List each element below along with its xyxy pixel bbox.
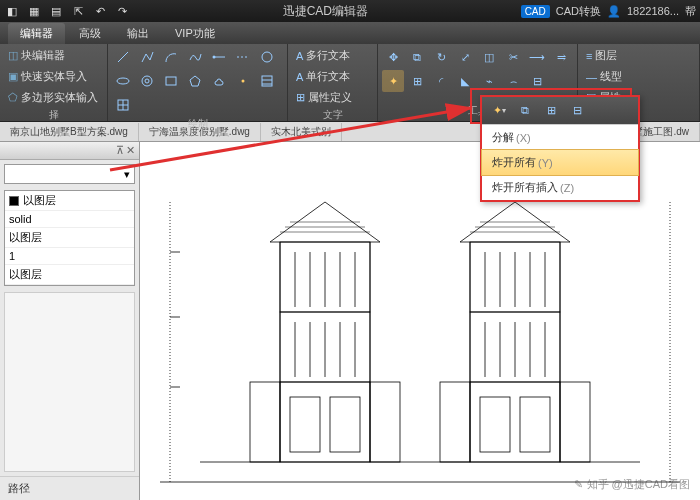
- extend-tool[interactable]: ⟶: [526, 46, 548, 68]
- layer-btn[interactable]: ≡图层: [582, 46, 642, 65]
- svg-rect-37: [250, 382, 280, 462]
- svg-point-6: [142, 76, 152, 86]
- spline-tool[interactable]: [184, 46, 206, 68]
- svg-rect-56: [520, 397, 550, 452]
- linetype-btn[interactable]: —线型: [582, 67, 642, 86]
- xline-tool[interactable]: [232, 46, 254, 68]
- join-tool[interactable]: ⌢: [502, 70, 524, 92]
- hatch-tool[interactable]: [256, 70, 278, 92]
- cad-badge: CAD: [521, 5, 550, 18]
- pin-icon[interactable]: ⊼: [116, 144, 124, 157]
- rect-tool[interactable]: [160, 70, 182, 92]
- window-title: 迅捷CAD编辑器: [130, 3, 521, 20]
- menubar: 编辑器 高级 输出 VIP功能: [0, 22, 700, 44]
- file-tab-1[interactable]: 南京山地别墅B型方案.dwg: [0, 123, 139, 141]
- file-tab-2[interactable]: 宁海温泉度假别墅.dwg: [139, 123, 261, 141]
- table-tool[interactable]: [112, 94, 134, 116]
- svg-rect-38: [370, 382, 400, 462]
- menu-explode-all-insert[interactable]: 炸开所有插入(Z): [482, 175, 638, 200]
- svg-line-0: [118, 52, 128, 62]
- tab-output[interactable]: 输出: [115, 23, 161, 44]
- watermark: ✎ 知乎 @迅捷CAD看图: [574, 477, 690, 492]
- layer-row[interactable]: 以图层: [5, 228, 134, 248]
- mirror-tool[interactable]: ◫: [478, 46, 500, 68]
- arc-tool[interactable]: [160, 46, 182, 68]
- svg-marker-9: [190, 76, 200, 86]
- layer-row[interactable]: 以图层: [5, 265, 134, 285]
- rotate-tool[interactable]: ↻: [430, 46, 452, 68]
- menu-explode-all[interactable]: 炸开所有(Y): [481, 149, 639, 176]
- titlebar: ◧ ▦ ▤ ⇱ ↶ ↷ 迅捷CAD编辑器 CAD CAD转换 👤 1822186…: [0, 0, 700, 22]
- layer-row[interactable]: solid: [5, 211, 134, 228]
- text-btn[interactable]: A单行文本: [292, 67, 367, 86]
- polygon-tool[interactable]: [184, 70, 206, 92]
- close-icon[interactable]: ✕: [126, 144, 135, 157]
- tab-editor[interactable]: 编辑器: [8, 23, 65, 44]
- export-icon[interactable]: ⇱: [70, 3, 86, 19]
- user-icon[interactable]: 👤: [607, 5, 621, 18]
- explode-icon[interactable]: ✦▾: [488, 100, 510, 122]
- polygon-input-btn[interactable]: ⬠多边形实体输入: [4, 88, 104, 107]
- svg-rect-24: [280, 382, 370, 462]
- tab-vip[interactable]: VIP功能: [163, 23, 227, 44]
- array-tool[interactable]: ⊞: [406, 70, 428, 92]
- move-tool[interactable]: ✥: [382, 46, 404, 68]
- layer-list: 以图层 solid 以图层 1 以图层: [4, 190, 135, 286]
- attdef-btn[interactable]: ⊞属性定义: [292, 88, 367, 107]
- zhihu-icon: ✎: [574, 478, 583, 491]
- point-tool[interactable]: [232, 70, 254, 92]
- svg-point-7: [145, 79, 149, 83]
- quick-import-btn[interactable]: ▣快速实体导入: [4, 67, 104, 86]
- save-icon[interactable]: ▦: [26, 3, 42, 19]
- explode-tool[interactable]: ✦: [382, 70, 404, 92]
- chamfer-tool[interactable]: ◣: [454, 70, 476, 92]
- break-tool[interactable]: ⌁: [478, 70, 500, 92]
- fillet-tool[interactable]: ◜: [430, 70, 452, 92]
- copy-tool[interactable]: ⧉: [406, 46, 428, 68]
- redo-icon[interactable]: ↷: [114, 3, 130, 19]
- line-tool[interactable]: [112, 46, 134, 68]
- dd-tool-2[interactable]: ⧉: [514, 100, 536, 122]
- tab-advanced[interactable]: 高级: [67, 23, 113, 44]
- svg-rect-57: [440, 382, 470, 462]
- help-link[interactable]: 帮: [685, 4, 696, 19]
- layer-row[interactable]: 1: [5, 248, 134, 265]
- donut-tool[interactable]: [136, 70, 158, 92]
- svg-rect-55: [480, 397, 510, 452]
- sidebar-path-label: 路径: [0, 476, 139, 500]
- polyline-tool[interactable]: [136, 46, 158, 68]
- explode-dropdown: ✦▾ ⧉ ⊞ ⊟ 分解(X) 炸开所有(Y) 炸开所有插入(Z): [480, 95, 640, 202]
- dd-tool-4[interactable]: ⊟: [566, 100, 588, 122]
- svg-rect-35: [290, 397, 320, 452]
- svg-point-2: [213, 56, 216, 59]
- svg-rect-44: [470, 382, 560, 462]
- pdf-icon[interactable]: ▤: [48, 3, 64, 19]
- scale-tool[interactable]: ⤢: [454, 46, 476, 68]
- group-label-select: 择: [4, 107, 103, 123]
- cad-convert-link[interactable]: CAD转换: [556, 4, 601, 19]
- layer-dropdown[interactable]: ▾: [4, 164, 135, 184]
- group-label-text: 文字: [292, 107, 373, 123]
- undo-icon[interactable]: ↶: [92, 3, 108, 19]
- cloud-tool[interactable]: [208, 70, 230, 92]
- svg-rect-58: [560, 382, 590, 462]
- svg-point-10: [242, 80, 245, 83]
- trim-tool[interactable]: ✂: [502, 46, 524, 68]
- user-id[interactable]: 1822186...: [627, 5, 679, 17]
- ray-tool[interactable]: [208, 46, 230, 68]
- sidebar-head: ⊼ ✕: [0, 142, 139, 160]
- sidebar-blank: [4, 292, 135, 472]
- circle-tool[interactable]: [256, 46, 278, 68]
- align-tool[interactable]: ⊟: [526, 70, 548, 92]
- mtext-btn[interactable]: A多行文本: [292, 46, 367, 65]
- ellipse-tool[interactable]: [112, 70, 134, 92]
- file-tab-3[interactable]: 实木北美式别: [261, 123, 342, 141]
- layer-row[interactable]: 以图层: [5, 191, 134, 211]
- svg-rect-36: [330, 397, 360, 452]
- app-icon: ◧: [4, 3, 20, 19]
- menu-explode[interactable]: 分解(X): [482, 125, 638, 150]
- svg-rect-8: [166, 77, 176, 85]
- offset-tool[interactable]: ⥤: [550, 46, 572, 68]
- block-editor-btn[interactable]: ◫块编辑器: [4, 46, 104, 65]
- dd-tool-3[interactable]: ⊞: [540, 100, 562, 122]
